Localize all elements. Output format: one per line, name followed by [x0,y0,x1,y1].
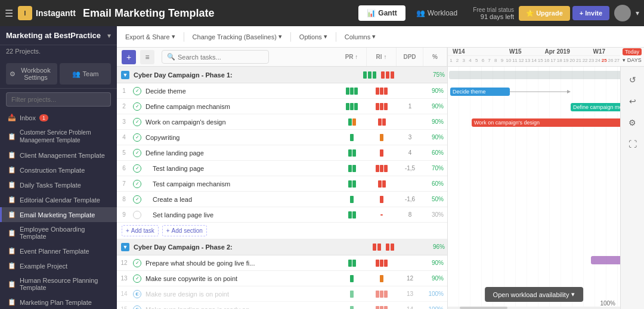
sidebar-item-editorial[interactable]: 📋 Editorial Calendar Template [0,192,117,207]
search-input[interactable] [178,54,249,61]
col-header-pct: % [423,48,447,66]
sidebar-item-employee-onboarding[interactable]: 📋 Employee Onboarding Template [0,222,117,244]
list-view-button[interactable]: ≡ [140,50,154,64]
task-pct-5: 60% [423,149,447,156]
sidebar-item-customer-service[interactable]: 📋 Customer Service Problem Management Te… [0,125,117,148]
task-name-7[interactable]: Test campaign mechanism [143,180,337,188]
task-name-12[interactable]: Prepare what should be going live fi... [143,260,337,267]
day-19: 19 [563,58,569,63]
task-name-6[interactable]: Test landing page [143,165,337,172]
upgrade-button[interactable]: ⭐ Upgrade [519,6,570,21]
phase-1-ri-bars [379,71,397,79]
sidebar-filter[interactable] [0,89,117,110]
change-tracking-button[interactable]: Change Tracking (Baselines) ▾ [189,31,286,42]
project-icon-6: 📋 [8,211,16,219]
task-check-1[interactable]: ✓ [131,87,143,95]
add-col-button[interactable]: + [122,50,136,64]
sidebar-item-human-resource[interactable]: 📋 Human Resource Planning Template [0,273,117,295]
settings-panel-icon[interactable]: ⚙ [624,114,641,131]
pbar [368,71,371,79]
sidebar-item-client-management[interactable]: 📋 Client Management Template [0,148,117,163]
sync-icon[interactable]: ↺ [624,71,641,88]
logo: I Instagantt [18,6,76,20]
expand-icon[interactable]: ⛶ [624,136,641,152]
team-button[interactable]: 👥 Team [60,63,111,85]
sidebar-item-inbox[interactable]: 📥 Inbox 1 [0,110,117,125]
task-check-15[interactable]: ◐ [131,305,143,310]
sidebar-item-example-project[interactable]: 📋 Example Project [0,258,117,273]
task-name-15[interactable]: Make sure landing page is ready an... [143,306,337,310]
mb [376,291,379,298]
task-check-12[interactable]: ✓ [131,259,143,267]
task-name-8[interactable]: Create a lead [143,196,337,203]
scrollbar-track[interactable] [448,307,620,309]
task-name-13[interactable]: Make sure copywrite is on point [143,275,337,282]
phase-2-toggle[interactable]: ▼ [117,243,134,251]
tab-gantt[interactable]: 📊 Gantt [358,5,405,21]
toolbar-sep-3 [336,32,336,42]
task-name-2[interactable]: Define campaign mechanism [143,103,337,110]
avatar[interactable] [614,5,631,21]
open-workload-button[interactable]: Open workload availability ▾ [485,287,584,302]
sidebar-item-hr-label: Human Resource Planning Template [20,277,111,291]
task-check-7[interactable]: ✓ [131,180,143,188]
gantt-day-header-row: 1 2 3 4 5 6 7 8 9 10 11 12 13 14 [448,56,620,64]
sidebar-item-daily-tasks[interactable]: 📋 Daily Tasks Template [0,177,117,192]
task-check-6[interactable]: ✓ [131,164,143,173]
task-check-3[interactable]: ✓ [131,118,143,126]
sidebar-item-marketing-plan[interactable]: 📋 Marketing Plan Template [0,295,117,309]
today-button[interactable]: Today [623,48,642,55]
profile-chevron[interactable]: ▾ [636,9,639,17]
undo-icon[interactable]: ↩ [624,93,641,110]
sidebar-item-event-planner[interactable]: 📋 Event Planner Template [0,244,117,258]
workspace-chevron[interactable]: ▾ [107,32,111,40]
task-pct-6: 70% [423,165,447,171]
task-num-8: 8 [117,196,131,202]
options-button[interactable]: Options ▾ [296,31,331,42]
task-pct-7: 60% [423,180,447,187]
gantt-header: + ≡ 🔍 PR ↑ RI ↑ DPD % W14 [117,48,644,67]
columns-button[interactable]: Columns ▾ [341,31,379,42]
today-btn-container[interactable]: Today [620,48,644,56]
hamburger-icon[interactable]: ☰ [5,8,13,19]
task-check-5[interactable]: ✓ [131,149,143,157]
task-check-13[interactable]: ✓ [131,274,143,283]
gantt-bars-svg: Decide theme Define campaign mechanism W… [448,67,620,309]
task-name-4[interactable]: Copywriting [143,134,337,141]
sidebar-item-construction[interactable]: 📋 Construction Template [0,163,117,177]
search-box[interactable]: 🔍 [162,50,269,64]
task-check-8[interactable]: ✓ [131,195,143,204]
add-task-button-1[interactable]: + Add task [122,225,159,236]
scrollbar-thumb[interactable] [460,307,507,309]
task-pr-12 [337,260,367,267]
phase-1-toggle[interactable]: ▼ [117,71,134,79]
sidebar-item-email-marketing[interactable]: 📋 Email Marketing Template [0,207,117,222]
task-row-8: 8 ✓ Create a lead -1,6 50% [117,192,447,207]
days-btn-container[interactable]: ▾ DAYS [620,56,644,64]
task-check-4[interactable]: ✓ [131,133,143,142]
svg-rect-3 [449,71,620,79]
rbar [391,71,394,79]
task-dpd-2: 1 [397,103,423,110]
task-name-14[interactable]: Make sure design is on point [143,291,337,298]
task-name-5[interactable]: Define landing page [143,149,337,157]
day-13: 13 [524,58,531,63]
workbook-settings-button[interactable]: ⚙ Workbook Settings [6,63,57,85]
task-name-1[interactable]: Decide theme [143,88,337,95]
tab-workload[interactable]: 👥 Workload [408,5,466,21]
export-share-button[interactable]: Export & Share ▾ [122,31,179,42]
task-pr-3 [337,118,367,126]
task-check-14[interactable]: ◐ [131,290,143,298]
phase-2-row[interactable]: ▼ Cyber Day Campaign - Phase 2: 96% [117,239,447,255]
invite-button[interactable]: + Invite [572,6,609,20]
phase-1-row[interactable]: ▼ Cyber Day Campaign - Phase 1: 75% [117,67,447,83]
sidebar-item-inbox-label: Inbox [20,114,36,121]
task-name-9[interactable]: Set landing page live [143,211,337,219]
add-section-button-1[interactable]: + Add section [162,225,207,236]
filter-projects-input[interactable] [6,92,111,107]
sidebar-actions: ⚙ Workbook Settings 👥 Team [0,60,117,89]
task-name-3[interactable]: Work on campaign's design [143,118,337,126]
task-check-2[interactable]: ✓ [131,102,143,111]
days-button[interactable]: ▾ DAYS [623,57,641,63]
task-check-9[interactable] [131,211,143,219]
